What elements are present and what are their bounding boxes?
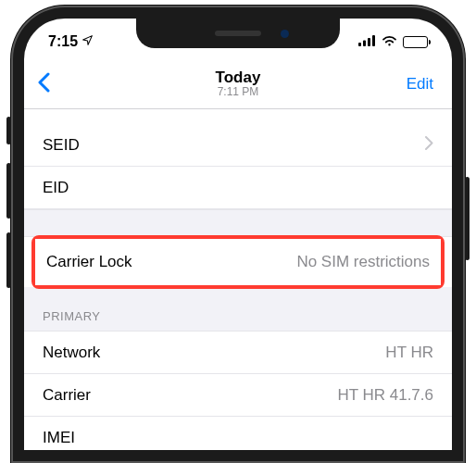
highlight-carrier-lock: Carrier Lock No SIM restrictions xyxy=(31,235,445,289)
volume-up-button xyxy=(6,163,11,219)
cellular-icon xyxy=(358,33,376,50)
row-label: IMEI xyxy=(43,429,75,447)
wifi-icon xyxy=(382,33,397,50)
row-eid[interactable]: EID xyxy=(24,167,452,209)
row-label: Carrier Lock xyxy=(46,253,132,271)
row-carrier-lock[interactable]: Carrier Lock No SIM restrictions xyxy=(35,239,441,285)
row-seid[interactable]: SEID xyxy=(24,124,452,167)
svg-rect-1 xyxy=(363,41,366,47)
row-label: EID xyxy=(43,179,69,197)
row-label: Network xyxy=(43,344,100,362)
row-label: SEID xyxy=(43,136,80,155)
battery-icon xyxy=(403,36,428,48)
chevron-right-icon xyxy=(425,136,433,155)
row-carrier[interactable]: Carrier HT HR 41.7.6 xyxy=(24,374,452,417)
status-time: 7:15 xyxy=(48,33,78,50)
section-header-primary: PRIMARY xyxy=(24,287,452,332)
nav-bar: Today 7:11 PM Edit xyxy=(24,59,452,109)
mute-switch xyxy=(6,117,11,144)
row-network[interactable]: Network HT HR xyxy=(24,332,452,374)
svg-rect-2 xyxy=(368,38,370,46)
svg-rect-3 xyxy=(372,35,375,46)
screen: 7:15 xyxy=(24,19,452,450)
back-button[interactable] xyxy=(37,72,50,96)
chevron-left-icon xyxy=(37,72,50,93)
svg-rect-0 xyxy=(358,43,361,46)
content-area: SEID EID Carrier Lock No SIM restriction… xyxy=(24,109,452,450)
row-value: No SIM restrictions xyxy=(296,253,430,271)
nav-title-group: Today 7:11 PM xyxy=(216,69,261,99)
nav-subtitle: 7:11 PM xyxy=(216,86,261,98)
location-icon xyxy=(81,33,94,50)
power-button xyxy=(465,177,470,260)
row-value: HT HR 41.7.6 xyxy=(337,386,433,405)
row-value: HT HR xyxy=(385,344,433,362)
volume-down-button xyxy=(6,232,11,288)
device-frame: 7:15 xyxy=(11,6,465,463)
row-imei[interactable]: IMEI xyxy=(24,417,452,450)
notch xyxy=(136,19,340,48)
speaker-grille xyxy=(215,31,261,36)
edit-button[interactable]: Edit xyxy=(407,75,433,94)
front-camera xyxy=(281,30,289,38)
row-label: Carrier xyxy=(43,386,91,405)
section-gap xyxy=(24,209,452,237)
nav-title: Today xyxy=(216,69,261,87)
